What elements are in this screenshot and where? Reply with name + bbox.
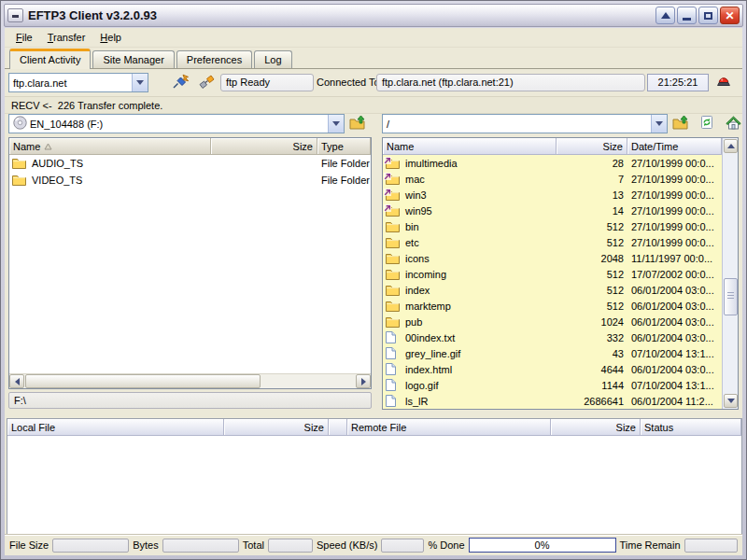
menu-help[interactable]: Help	[92, 29, 129, 46]
scrollbar-thumb[interactable]	[724, 278, 738, 315]
remote-file-row[interactable]: 00index.txt33206/01/2004 03:0...	[383, 329, 722, 345]
local-drive-dropdown-button[interactable]	[328, 115, 344, 133]
folder-icon	[386, 237, 402, 248]
file-date: 27/10/1999 00:0...	[627, 221, 722, 232]
remote-path-dropdown-button[interactable]	[651, 115, 667, 133]
file-date: 27/10/1999 00:0...	[627, 174, 722, 185]
queue-column-remote-file-3[interactable]: Remote File	[347, 419, 551, 436]
menu-transfer[interactable]: Transfer	[40, 29, 93, 46]
file-size: 2048	[557, 253, 627, 264]
file-date: 06/01/2004 03:0...	[627, 316, 722, 328]
file-size: 4644	[557, 364, 627, 375]
tab-site-manager[interactable]: Site Manager	[92, 50, 174, 68]
remote-file-row[interactable]: incoming51217/07/2002 00:0...	[383, 266, 722, 282]
remote-file-row[interactable]: index.html464406/01/2004 03:0...	[383, 361, 722, 377]
remote-home-button[interactable]	[722, 114, 744, 134]
host-combobox[interactable]: ftp.clara.net	[8, 73, 148, 92]
local-horizontal-scrollbar[interactable]	[9, 373, 371, 388]
local-folder-up-button[interactable]	[346, 114, 369, 134]
remote-file-row[interactable]: mac727/10/1999 00:0...	[383, 171, 722, 187]
remote-file-row[interactable]: logo.gif114407/10/2004 13:1...	[383, 377, 722, 393]
remote-file-row[interactable]: bin51227/10/1999 00:0...	[383, 218, 722, 234]
remote-file-row[interactable]: icons204811/11/1997 00:0...	[383, 250, 722, 266]
tab-client-activity[interactable]: Client Activity	[9, 49, 91, 69]
remote-file-row[interactable]: ls_lR268664106/01/2004 11:2...	[383, 393, 722, 409]
file-size: 512	[557, 237, 627, 248]
local-file-row[interactable]: AUDIO_TSFile Folder	[9, 155, 371, 172]
folder-icon	[386, 221, 402, 232]
tab-preferences[interactable]: Preferences	[176, 50, 252, 68]
scroll-left-button[interactable]	[9, 374, 24, 388]
remote-column-name[interactable]: Name	[383, 138, 557, 155]
local-column-name[interactable]: Name	[9, 138, 211, 155]
file-date: 27/10/1999 00:0...	[627, 237, 722, 248]
maximize-button[interactable]	[698, 7, 718, 24]
remote-path-combobox[interactable]: /	[382, 114, 668, 133]
file-icon	[386, 379, 402, 391]
tab-log[interactable]: Log	[254, 50, 291, 68]
remote-file-row[interactable]: win31327/10/1999 00:0...	[383, 187, 722, 203]
host-dropdown-button[interactable]	[132, 74, 148, 91]
remote-column-datetime[interactable]: Date/Time	[627, 138, 722, 155]
close-icon: ✕	[725, 10, 734, 21]
local-file-row[interactable]: VIDEO_TSFile Folder	[9, 172, 371, 189]
scroll-down-button[interactable]	[724, 394, 738, 408]
ftp-status-field: ftp Ready	[220, 74, 314, 91]
transfer-queue-body	[7, 436, 741, 534]
cd-drive-icon	[13, 116, 27, 132]
refresh-icon	[699, 115, 714, 133]
window-title: EFTP3 Client v3.2.0.93	[28, 8, 651, 22]
remote-column-size[interactable]: Size	[557, 138, 627, 155]
file-date: 27/10/1999 00:0...	[627, 158, 722, 169]
connect-button[interactable]	[169, 73, 191, 93]
link-folder-icon	[386, 158, 402, 169]
local-drive-combobox[interactable]: EN_104488 (F:)	[8, 114, 345, 133]
local-column-type[interactable]: Type	[317, 138, 371, 155]
close-button[interactable]: ✕	[720, 7, 740, 24]
disconnect-button[interactable]	[195, 73, 218, 93]
scrollbar-thumb[interactable]	[25, 374, 261, 388]
remote-file-row[interactable]: imultimedia2827/10/1999 00:0...	[383, 155, 722, 171]
scrollbar-track[interactable]	[261, 374, 356, 388]
file-name: index	[402, 285, 557, 296]
remote-file-row[interactable]: win951427/10/1999 00:0...	[383, 203, 722, 218]
remote-folder-up-button[interactable]	[669, 114, 692, 134]
menu-file[interactable]: File	[8, 29, 40, 46]
remote-file-row[interactable]: etc51227/10/1999 00:0...	[383, 234, 722, 250]
minimize-button[interactable]	[677, 7, 697, 24]
queue-column-size-1[interactable]: Size	[224, 419, 329, 436]
total-label: Total	[243, 539, 264, 551]
file-date: 07/10/2004 13:1...	[627, 380, 722, 391]
file-size: 28	[557, 158, 627, 169]
remote-file-row[interactable]: index51206/01/2004 03:0...	[383, 282, 722, 298]
scroll-up-button[interactable]	[724, 139, 738, 153]
file-name: AUDIO_TS	[28, 158, 211, 169]
folder-icon	[386, 285, 402, 296]
queue-column-spacer-2[interactable]	[329, 419, 347, 436]
remote-vertical-scrollbar[interactable]	[722, 138, 738, 409]
local-path-bar: F:\	[8, 392, 372, 409]
system-menu-icon[interactable]	[7, 8, 23, 22]
queue-column-local-file-0[interactable]: Local File	[7, 419, 224, 436]
scroll-right-button[interactable]	[356, 374, 371, 388]
queue-column-size-4[interactable]: Size	[551, 419, 641, 436]
local-column-size[interactable]: Size	[211, 138, 317, 155]
rollup-button[interactable]	[655, 7, 675, 24]
file-name: logo.gif	[402, 380, 557, 391]
progress-bar: 0%	[469, 538, 616, 553]
remote-file-row[interactable]: marktemp51206/01/2004 03:0...	[383, 298, 722, 314]
arrow-right-icon	[361, 378, 366, 385]
file-name: pub	[402, 316, 557, 328]
remote-file-row[interactable]: grey_line.gif4307/10/2004 13:1...	[383, 345, 722, 361]
file-size: 13	[557, 189, 627, 201]
file-name: win3	[402, 189, 557, 201]
chevron-down-icon	[655, 121, 663, 126]
file-name: ls_lR	[402, 396, 557, 407]
file-date: 07/10/2004 13:1...	[627, 348, 722, 359]
remote-refresh-button[interactable]	[696, 114, 718, 134]
connected-host-field: ftp.clara.net (ftp.clara.net:21)	[376, 74, 645, 91]
queue-column-status-5[interactable]: Status	[641, 419, 741, 436]
file-date: 06/01/2004 03:0...	[627, 301, 722, 312]
folder-icon	[12, 158, 28, 169]
remote-file-row[interactable]: pub102406/01/2004 03:0...	[383, 314, 722, 329]
